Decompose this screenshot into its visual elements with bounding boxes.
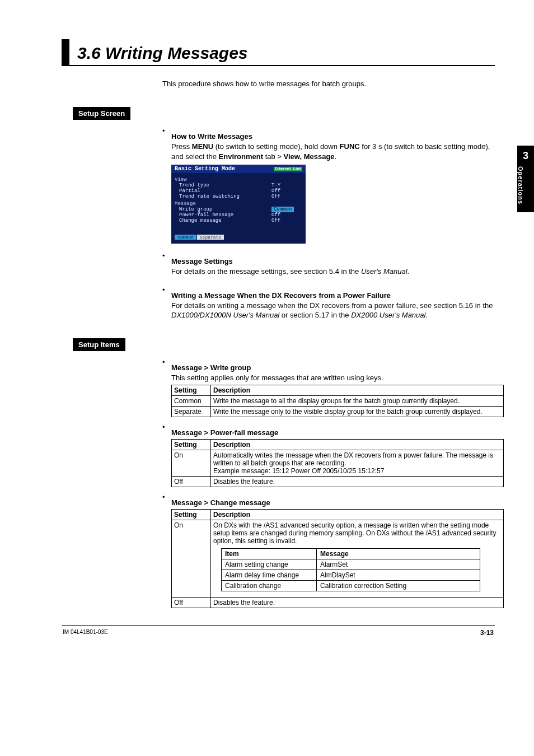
bullet-icon: • (162, 286, 171, 300)
chapter-side-tab: 3 Operations (517, 146, 534, 212)
write-group-table: SettingDescription CommonWrite the messa… (171, 385, 504, 417)
table-row: OffDisables the feature. (172, 598, 504, 608)
device-row: PartialOff (175, 188, 302, 194)
table-row: OnAutomatically writes the message when … (172, 450, 504, 477)
th-setting: Setting (172, 510, 211, 520)
table-row: Alarm delay time changeAlmDlaySet (222, 570, 480, 581)
bullet-icon: • (162, 251, 171, 265)
power-fail-table: SettingDescription OnAutomatically write… (171, 439, 504, 487)
setup-items-section: Setup Items • Message > Write group This… (62, 333, 495, 609)
device-title: Basic Setting Mode (175, 166, 235, 172)
th-item: Item (222, 549, 317, 559)
setup-items-label: Setup Items (73, 338, 125, 351)
table-row: Calibration changeCalibration correction… (222, 581, 480, 591)
device-row: Trend rate switchingOff (175, 194, 302, 199)
th-setting: Setting (172, 440, 211, 450)
device-option: Separate (197, 235, 224, 240)
page-title: 3.6 Writing Messages (77, 39, 248, 65)
change-message-inner-table: ItemMessage Alarm setting changeAlarmSet… (221, 548, 480, 591)
th-setting: Setting (172, 385, 211, 396)
change-message-heading: Message > Change message (171, 498, 495, 507)
title-bar-icon (62, 39, 69, 65)
power-fail-heading: Message > Power-fail message (171, 428, 495, 437)
section-title-row: 3.6 Writing Messages (62, 39, 495, 66)
device-group-message: Message (175, 201, 302, 207)
table-row: Alarm setting changeAlarmSet (222, 559, 480, 570)
message-settings-text: For details on the message settings, see… (171, 267, 495, 277)
footer-divider (62, 625, 495, 626)
writing-power-failure-heading: Writing a Message When the DX Recovers f… (171, 291, 495, 300)
footer-page-number: 3-13 (480, 629, 494, 637)
how-to-text: Press MENU (to switch to setting mode), … (171, 142, 495, 161)
th-description: Description (211, 385, 504, 396)
table-row: On On DXs with the /AS1 advanced securit… (172, 520, 504, 598)
write-group-note: This setting applies only for messages t… (171, 373, 495, 383)
ethernet-link-icon: Ethernet Link (274, 167, 302, 171)
table-row: CommonWrite the message to all the displ… (172, 396, 504, 407)
setup-screen-label: Setup Screen (73, 107, 130, 120)
device-row: Power-fail messageOff (175, 212, 302, 218)
page-footer: IM 04L41B01-03E 3-13 (62, 629, 495, 637)
chapter-label: Operations (517, 166, 524, 204)
change-message-table: SettingDescription On On DXs with the /A… (171, 509, 504, 608)
footer-doc-id: IM 04L41B01-03E (63, 629, 108, 637)
th-description: Description (211, 510, 504, 520)
device-row: Change messageOff (175, 218, 302, 223)
device-option-selected: Common (175, 235, 196, 240)
chapter-number: 3 (517, 150, 534, 162)
th-message: Message (317, 549, 480, 559)
table-row: SeparateWrite the message only to the vi… (172, 407, 504, 417)
device-row: Trend typeT-Y (175, 183, 302, 188)
device-screenshot: Basic Setting Mode Ethernet Link View Tr… (171, 165, 306, 244)
device-group-view: View (175, 177, 302, 183)
bullet-icon: • (162, 493, 171, 507)
write-group-heading: Message > Write group (171, 363, 495, 372)
change-message-on-desc: On DXs with the /AS1 advanced security o… (213, 521, 501, 545)
th-description: Description (211, 440, 504, 450)
bullet-icon: • (162, 423, 171, 437)
message-settings-heading: Message Settings (171, 257, 495, 265)
bullet-icon: • (162, 127, 171, 141)
intro-text: This procedure shows how to write messag… (162, 80, 495, 88)
bullet-icon: • (162, 358, 171, 372)
how-to-heading: How to Write Messages (171, 132, 495, 141)
writing-power-failure-text: For details on writing a message when th… (171, 301, 495, 320)
setup-screen-section: Setup Screen • How to Write Messages Pre… (62, 101, 495, 320)
table-row: OffDisables the feature. (172, 477, 504, 487)
device-row: Write groupCommon (175, 207, 302, 212)
